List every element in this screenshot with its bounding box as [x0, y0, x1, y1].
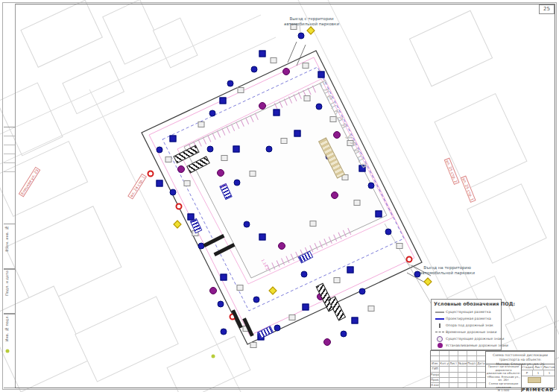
logo-zone: PRIMECAD — [522, 376, 555, 392]
legend-item-label: Устанавливаемые дорожные знаки — [446, 344, 508, 347]
frame-label: Подп. и дата — [4, 271, 9, 296]
sheet-col-label: Лист — [534, 364, 543, 370]
legend-item: Временные дорожные знаки — [434, 329, 499, 335]
rev-col-data: Дата — [477, 361, 485, 366]
sheets-total-value: 1 — [544, 370, 555, 376]
legend-item-label: Проектируемая разметка — [446, 317, 491, 320]
frame-mini-grid — [4, 127, 15, 172]
frame-cell-podp: Подп. и дата — [4, 268, 15, 314]
title-block-right: ПОД-75/19-ОПК-ПОДД Схема постоянной дисл… — [486, 351, 555, 388]
frame-label: Инв. № подл. — [4, 315, 9, 341]
existing-marking-swatch-icon — [434, 312, 446, 313]
role-prov: Пров. — [431, 378, 440, 382]
sheet-number-value: 1 — [533, 370, 544, 376]
stage-value: Р — [522, 370, 533, 376]
rev-col-ndok: №док. — [458, 361, 467, 366]
revision-table: Изм. Кол.уч. Лист №док. Подп. Дата ГИП Р… — [431, 351, 486, 388]
legend-item-label: Опора под дорожный знак — [446, 323, 493, 327]
stage-values-row: Р 1 1 — [522, 370, 555, 376]
revision-header-row: Изм. Кол.уч. Лист №док. Подп. Дата — [431, 361, 485, 367]
role-nkontr: Н.контр. — [431, 383, 440, 388]
rev-col-list: Лист — [449, 361, 458, 366]
sheets-col-label: Листов — [543, 364, 555, 370]
title-block: Изм. Кол.уч. Лист №док. Подп. Дата ГИП Р… — [430, 350, 555, 388]
legend-item-label: Временные дорожные знаки — [446, 330, 496, 334]
legend-item: Существующие дорожные знаки — [434, 335, 499, 342]
drawing-sheet: Елецкая улица Выезд с территории автомоб… — [0, 0, 559, 392]
legend-item-label: Существующая разметка — [446, 310, 490, 314]
format-number-box: 25 — [539, 4, 555, 14]
rev-col-podp: Подп. — [467, 361, 476, 366]
legend-item: Опора под дорожный знак — [434, 322, 499, 329]
sheet-description: Проект организации дорожного движения на… — [486, 364, 522, 392]
existing-sign-swatch-icon — [434, 336, 446, 342]
legend-box: Условные обозначения ПОД: Существующая р… — [431, 299, 502, 350]
sign-pole-swatch-icon — [434, 323, 446, 328]
subject-line1: Схема постоянной дислокации транспорта н… — [486, 353, 555, 362]
temporary-sign-swatch-icon — [434, 332, 446, 332]
role-razrab: Разраб. — [431, 373, 440, 377]
legend-item: Проектируемая разметка — [434, 315, 499, 322]
frame-label: Взам. инв. № — [4, 226, 9, 252]
proposed-marking-swatch-icon — [434, 318, 446, 320]
role-gip: ГИП — [431, 367, 440, 371]
legend-item: Устанавливаемые дорожные знаки — [434, 342, 499, 349]
stage-zone: Стадия Лист Листов Р 1 1 PRIMECAD — [522, 364, 555, 392]
scale-label: М 1:500 — [486, 389, 521, 392]
frame-cell-vzam: Взам. инв. № — [4, 224, 15, 270]
legend-item-label: Существующие дорожные знаки — [446, 337, 504, 341]
legend-title: Условные обозначения ПОД: — [434, 301, 499, 307]
rev-col-izm: Изм. — [431, 361, 440, 366]
legend-item: Существующая разметка — [434, 309, 499, 315]
project-subject: Схема постоянной дислокации транспорта н… — [486, 352, 555, 364]
frame-cell-inv: Инв. № подл. — [4, 313, 15, 388]
rev-col-koluch: Кол.уч. — [440, 361, 449, 366]
company-stamp-icon — [528, 377, 541, 383]
stage-header-row: Стадия Лист Листов — [522, 364, 555, 370]
new-sign-swatch-icon — [434, 343, 446, 348]
primecad-logo: PRIMECAD — [522, 387, 553, 392]
left-frame-strip: Взам. инв. № Подп. и дата Инв. № подл. — [4, 4, 16, 387]
stage-col-label: Стадия — [522, 364, 534, 370]
